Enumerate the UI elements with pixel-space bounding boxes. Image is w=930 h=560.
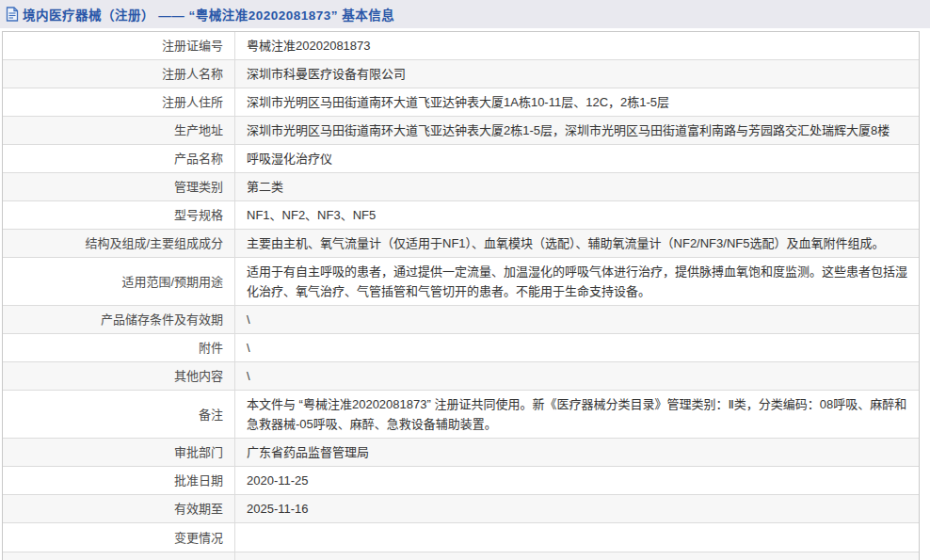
- registration-detail-table: 注册证编号 粤械注准20202081873 注册人名称 深圳市科曼医疗设备有限公…: [2, 31, 920, 560]
- table-row-intended-use: 适用范围/预期用途 适用于有自主呼吸的患者，通过提供一定流量、加温湿化的呼吸气体…: [3, 258, 919, 306]
- row-value: 深圳市光明区马田街道南环大道飞亚达钟表大厦2栋1-5层，深圳市光明区马田街道富利…: [235, 117, 919, 144]
- table-row-attachment: 附件 \: [3, 334, 919, 362]
- row-label: 有效期至: [3, 495, 235, 522]
- table-row-remarks: 备注 本文件与 “粤械注准20202081873” 注册证共同使用。新《医疗器械…: [3, 391, 919, 439]
- row-label: 产品名称: [3, 145, 235, 172]
- row-value: 2020-11-25: [235, 467, 919, 494]
- table-row-registrant-name: 注册人名称 深圳市科曼医疗设备有限公司: [3, 60, 919, 88]
- row-label: 产品储存条件及有效期: [3, 306, 235, 333]
- row-value: 主要由主机、氧气流量计（仅适用于NF1）、血氧模块（选配）、辅助氧流量计（NF2…: [235, 230, 919, 257]
- table-row-other-content: 其他内容 \: [3, 362, 919, 391]
- row-label: 结构及组成/主要组成成分: [3, 230, 235, 257]
- row-value: 详情: [235, 552, 919, 560]
- row-value: 广东省药品监督管理局: [235, 439, 919, 466]
- table-row-cert-number: 注册证编号 粤械注准20202081873: [3, 32, 919, 60]
- table-row-change-status: 变更情况: [3, 523, 919, 552]
- page-title: 境内医疗器械（注册） —— “粤械注准20202081873” 基本信息: [23, 5, 394, 24]
- row-label: 其他内容: [3, 362, 235, 390]
- row-value: 呼吸湿化治疗仪: [235, 145, 919, 172]
- row-value: 适用于有自主呼吸的患者，通过提供一定流量、加温湿化的呼吸气体进行治疗，提供脉搏血…: [235, 258, 919, 305]
- details-link[interactable]: 详情: [247, 556, 271, 560]
- row-value: \: [235, 306, 919, 333]
- row-value: 2025-11-16: [235, 495, 919, 522]
- table-row-management-class: 管理类别 第二类: [3, 173, 919, 201]
- row-label: 型号规格: [3, 201, 235, 229]
- table-row-model-spec: 型号规格 NF1、NF2、NF3、NF5: [3, 201, 919, 230]
- row-value: NF1、NF2、NF3、NF5: [235, 201, 919, 229]
- table-row-valid-until: 有效期至 2025-11-16: [3, 495, 919, 523]
- row-value: 粤械注准20202081873: [235, 32, 919, 59]
- table-row-approval-department: 审批部门 广东省药品监督管理局: [3, 439, 919, 467]
- row-label: 适用范围/预期用途: [3, 258, 235, 305]
- row-label: 注: [3, 552, 235, 560]
- table-row-note: 注 详情: [3, 552, 919, 560]
- table-row-registrant-address: 注册人住所 深圳市光明区马田街道南环大道飞亚达钟表大厦1A栋10-11层、12C…: [3, 88, 919, 117]
- row-value: \: [235, 362, 919, 390]
- row-label: 变更情况: [3, 523, 235, 552]
- row-label: 注册人住所: [3, 88, 235, 116]
- row-value: [235, 523, 919, 552]
- row-value: \: [235, 334, 919, 361]
- row-label: 批准日期: [3, 467, 235, 494]
- row-value: 本文件与 “粤械注准20202081873” 注册证共同使用。新《医疗器械分类目…: [235, 391, 919, 438]
- page-header: 境内医疗器械（注册） —— “粤械注准20202081873” 基本信息: [0, 0, 930, 28]
- table-row-product-name: 产品名称 呼吸湿化治疗仪: [3, 145, 919, 173]
- row-value: 深圳市科曼医疗设备有限公司: [235, 60, 919, 88]
- row-label: 备注: [3, 391, 235, 438]
- row-label: 审批部门: [3, 439, 235, 466]
- table-row-approval-date: 批准日期 2020-11-25: [3, 467, 919, 495]
- table-row-structure-composition: 结构及组成/主要组成成分 主要由主机、氧气流量计（仅适用于NF1）、血氧模块（选…: [3, 230, 919, 258]
- row-value: 第二类: [235, 173, 919, 200]
- row-value: 深圳市光明区马田街道南环大道飞亚达钟表大厦1A栋10-11层、12C，2栋1-5…: [235, 88, 919, 116]
- row-label: 附件: [3, 334, 235, 361]
- table-row-storage-shelf-life: 产品储存条件及有效期 \: [3, 306, 919, 334]
- row-label: 管理类别: [3, 173, 235, 200]
- document-icon: [6, 7, 19, 22]
- row-label: 生产地址: [3, 117, 235, 144]
- row-label: 注册人名称: [3, 60, 235, 88]
- row-label: 注册证编号: [3, 32, 235, 59]
- table-row-production-address: 生产地址 深圳市光明区马田街道南环大道飞亚达钟表大厦2栋1-5层，深圳市光明区马…: [3, 117, 919, 145]
- row-label-text: 注: [211, 556, 223, 560]
